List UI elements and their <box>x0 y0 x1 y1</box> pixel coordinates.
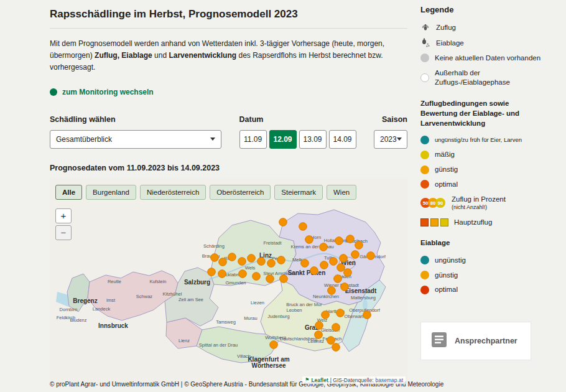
color-dot-icon <box>420 256 429 264</box>
region-filter-niederoesterreich[interactable]: Niederösterreich <box>140 185 206 200</box>
pest-marker[interactable] <box>332 323 340 331</box>
pest-marker[interactable] <box>248 254 256 262</box>
austria-map[interactable]: BregenzInnsbruckSalzburgLinzSankt Pölten… <box>50 179 407 385</box>
pest-marker[interactable] <box>351 250 360 258</box>
pest-marker[interactable] <box>239 269 247 278</box>
legend-row: optimal <box>420 285 564 294</box>
pest-marker[interactable] <box>301 259 309 267</box>
city-label: Bregenz <box>73 297 97 304</box>
hauptzuflug-squares <box>420 218 448 226</box>
monitoring-link[interactable]: zum Monitoring wechseln <box>50 88 154 96</box>
zoom-out-button[interactable]: − <box>55 225 72 240</box>
region-filter-steiermark[interactable]: Steiermark <box>274 185 323 200</box>
pest-marker[interactable] <box>279 218 287 226</box>
leaflet-link[interactable]: Leaflet <box>311 377 328 383</box>
pest-marker[interactable] <box>335 236 343 245</box>
pest-marker[interactable] <box>257 257 266 265</box>
pest-marker[interactable] <box>363 310 371 319</box>
fly-icon <box>420 22 430 32</box>
pest-marker[interactable] <box>337 263 345 271</box>
pest-marker[interactable] <box>341 282 349 291</box>
legend-row: optimal <box>420 180 564 189</box>
pest-marker[interactable] <box>315 330 323 338</box>
pest-marker[interactable] <box>330 257 338 265</box>
date-button-14.09[interactable]: 14.09 <box>329 130 356 149</box>
map-attribution: ⚑ Leaflet | GIS-Datenquelle: basemap.at <box>302 376 406 384</box>
legend-row-outside-phase: Außerhalb der Zuflugs-/Eiablagephase <box>420 68 564 87</box>
intro-bold: Larvenentwicklung <box>169 51 236 60</box>
contact-button[interactable]: Ansprechpartner <box>420 322 531 360</box>
pest-marker[interactable] <box>228 253 236 261</box>
season-select[interactable]: 2023 <box>374 130 407 149</box>
pest-marker[interactable] <box>266 274 274 282</box>
main-content: Rapsschädlinge im Herbst, Prognosemodell… <box>50 0 407 385</box>
city-label: Zell am See <box>179 297 203 302</box>
pest-marker[interactable] <box>336 309 345 317</box>
pest-marker[interactable] <box>270 340 278 348</box>
color-dot-icon <box>420 180 429 189</box>
city-label: Freistadt <box>263 240 282 246</box>
intro-text: Mit dem Prognosemodell werden anhand von… <box>50 38 407 74</box>
date-button-group: 11.0912.0913.0914.09 <box>239 130 356 149</box>
pest-marker[interactable] <box>328 286 336 294</box>
pest-marker[interactable] <box>277 256 285 264</box>
pest-marker[interactable] <box>218 269 226 278</box>
legend-label: Zuflug <box>436 23 456 32</box>
city-label: Klagenfurt amWörthersee <box>248 356 289 369</box>
pest-marker[interactable] <box>267 259 276 267</box>
legend-row: ungünstig <box>420 256 564 265</box>
eiablage-list: ungünstiggünstigoptimal <box>420 256 564 295</box>
region-filter-wien[interactable]: Wien <box>327 185 356 200</box>
pest-marker[interactable] <box>340 254 348 262</box>
pest-marker[interactable] <box>253 272 261 280</box>
city-label: Schärding <box>203 243 225 249</box>
attribution-text: | GIS-Datenquelle: <box>330 377 374 383</box>
pest-marker[interactable] <box>367 251 375 259</box>
pest-marker[interactable] <box>310 266 318 274</box>
percent-legend-row: 508090 Zuflug in Prozent (nicht Anzahl!) <box>420 195 564 212</box>
region-filter-bar: AlleBurgenlandNiederösterreichOberösterr… <box>55 185 356 200</box>
hauptzuflug-square-icon <box>440 218 448 226</box>
pest-marker[interactable] <box>346 235 355 243</box>
pest-marker[interactable] <box>238 257 246 265</box>
gray-circle-icon <box>420 54 429 62</box>
pest-marker[interactable] <box>305 235 313 243</box>
pest-marker[interactable] <box>322 310 330 319</box>
city-label: Neunkirchen <box>313 294 339 299</box>
city-label: Leoben <box>286 307 302 313</box>
pest-marker[interactable] <box>355 241 363 249</box>
city-label: Innsbruck <box>98 322 128 329</box>
pest-marker[interactable] <box>219 258 227 266</box>
date-button-13.09[interactable]: 13.09 <box>299 130 327 149</box>
pest-field: Schädling wählen Gesamtüberblick <box>50 115 221 149</box>
legend-row-zuflug: Zuflug <box>420 22 564 32</box>
region-filter-alle[interactable]: Alle <box>55 185 82 200</box>
pest-marker[interactable] <box>344 268 352 276</box>
pest-marker[interactable] <box>208 268 216 276</box>
basemap-link[interactable]: basemap.at <box>376 377 403 383</box>
pest-marker[interactable] <box>211 253 219 261</box>
map-panel: BregenzInnsbruckSalzburgLinzSankt Pölten… <box>50 179 407 385</box>
pest-marker[interactable] <box>332 343 340 351</box>
pest-marker[interactable] <box>315 321 323 329</box>
pest-marker[interactable] <box>280 274 288 282</box>
region-filter-burgenland[interactable]: Burgenland <box>86 185 136 200</box>
city-label: Judenburg <box>267 314 289 319</box>
legend-sidebar: Legende Zuflug Eiablage Keine aktuellen … <box>420 0 564 360</box>
legend-label: Außerhalb der Zuflugs-/Eiablagephase <box>435 68 513 87</box>
date-button-11.09[interactable]: 11.09 <box>239 130 267 149</box>
pest-select[interactable]: Gesamtüberblick <box>50 130 221 149</box>
conditions-title: Zuflugbedingungen sowie Bewertung der Ei… <box>420 98 539 128</box>
date-button-12.09[interactable]: 12.09 <box>269 130 297 149</box>
pest-marker[interactable] <box>299 222 307 230</box>
region-filter-oberoesterreich[interactable]: Oberösterreich <box>210 185 271 200</box>
pest-marker[interactable] <box>327 336 335 344</box>
pest-marker[interactable] <box>320 243 328 251</box>
divider <box>50 28 407 29</box>
pest-marker[interactable] <box>320 261 328 269</box>
zoom-in-button[interactable]: + <box>55 208 72 223</box>
date-field: Datum 11.0912.0913.0914.09 <box>239 115 356 149</box>
legend-row: ungünstig/zu früh für Eier, Larven <box>420 136 564 144</box>
legend-label: Eiablage <box>436 39 464 48</box>
pest-marker[interactable] <box>334 274 342 282</box>
